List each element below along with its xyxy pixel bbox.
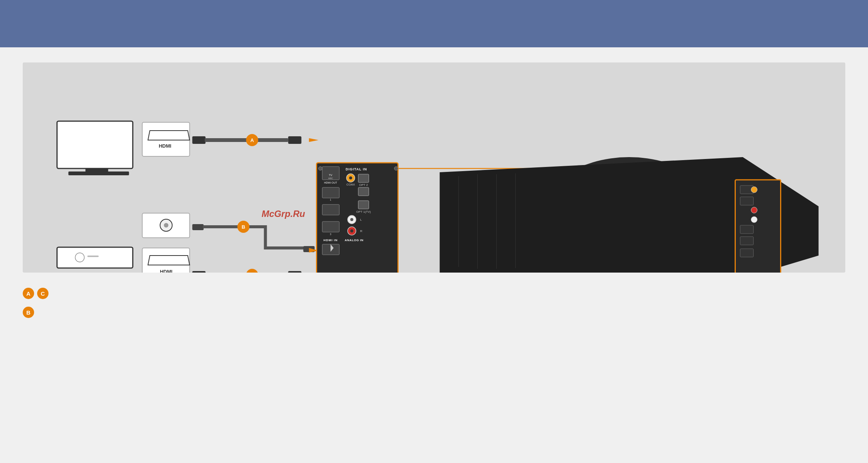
svg-text:HDMI: HDMI (159, 143, 171, 149)
svg-text:B: B (242, 224, 245, 230)
svg-rect-16 (192, 136, 206, 144)
svg-text:DIGITAL IN: DIGITAL IN (346, 167, 367, 171)
svg-rect-4 (57, 247, 133, 268)
svg-text:1: 1 (330, 198, 332, 201)
svg-rect-50 (322, 204, 339, 215)
svg-point-40 (349, 176, 352, 179)
svg-text:R: R (360, 229, 363, 233)
svg-point-75 (751, 187, 757, 193)
svg-point-77 (751, 207, 757, 213)
svg-text:A: A (250, 137, 254, 143)
label-c-circle: C (37, 288, 48, 299)
svg-rect-21 (192, 224, 204, 230)
svg-rect-20 (288, 136, 302, 144)
svg-rect-76 (740, 197, 754, 205)
svg-rect-80 (740, 237, 754, 245)
svg-rect-51 (322, 221, 339, 232)
svg-text:3: 3 (330, 233, 332, 235)
svg-text:OPT 2: OPT 2 (359, 183, 368, 187)
svg-rect-2 (86, 168, 108, 171)
svg-rect-1 (57, 121, 133, 168)
svg-rect-79 (740, 225, 754, 234)
b-row: B (23, 307, 288, 318)
diagram-area: HDMI HDMI A B (23, 62, 845, 273)
svg-text:HDMI IN: HDMI IN (324, 239, 338, 242)
svg-rect-7 (142, 122, 190, 156)
svg-point-78 (751, 217, 757, 223)
svg-rect-42 (358, 174, 369, 182)
svg-rect-81 (740, 249, 754, 257)
svg-text:OPT 1(TV): OPT 1(TV) (356, 210, 371, 214)
top-banner (0, 0, 868, 47)
svg-rect-6 (88, 256, 99, 257)
svg-text:L: L (360, 218, 362, 221)
svg-text:COAX: COAX (346, 183, 355, 186)
svg-text:ANALOG IN: ANALOG IN (345, 239, 363, 242)
svg-rect-48 (358, 201, 369, 209)
svg-rect-26 (192, 271, 206, 273)
svg-point-83 (319, 167, 322, 170)
label-a-circle: A (23, 288, 34, 299)
svg-text:TV: TV (329, 174, 332, 176)
svg-point-54 (350, 218, 353, 221)
svg-text:McGrp.Ru: McGrp.Ru (262, 209, 305, 219)
svg-rect-3 (69, 171, 129, 175)
main-content: HDMI HDMI A B (0, 47, 868, 463)
svg-point-57 (350, 229, 353, 232)
svg-point-12 (164, 223, 169, 228)
svg-text:C: C (250, 272, 254, 273)
svg-text:ARC: ARC (328, 177, 333, 179)
svg-point-85 (394, 167, 398, 170)
svg-rect-30 (288, 271, 302, 273)
svg-text:HDMI: HDMI (160, 269, 172, 273)
svg-rect-45 (322, 187, 339, 198)
connection-diagram: HDMI HDMI A B (23, 62, 845, 273)
label-b-circle: B (23, 307, 34, 318)
bottom-section: A C B (23, 288, 288, 318)
svg-rect-47 (358, 187, 369, 196)
svg-text:HDMI OUT: HDMI OUT (324, 181, 337, 184)
ac-row: A C (23, 288, 288, 299)
